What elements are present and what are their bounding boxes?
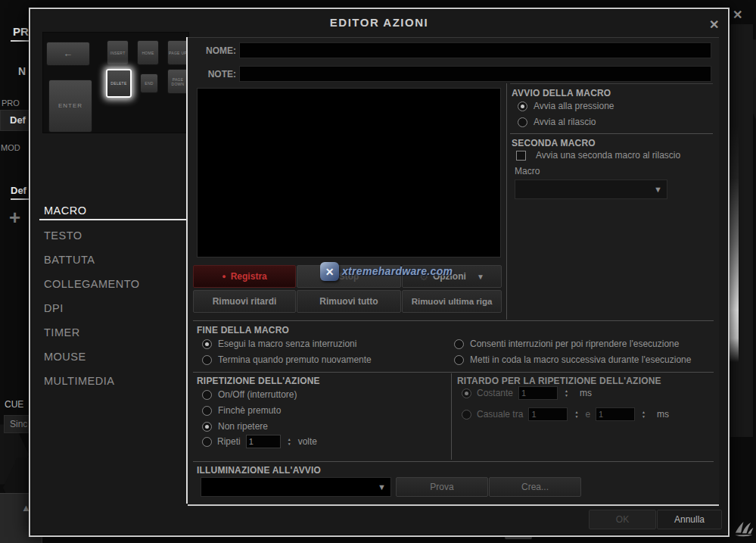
radio-label: Avvia al rilascio	[534, 117, 596, 127]
radio-row-ripeti: Ripeti ▲ ▼ volte	[202, 435, 317, 448]
second-macro-checkbox[interactable]	[516, 151, 526, 161]
radio-consenti-interruzioni[interactable]	[454, 339, 464, 349]
random-min-input[interactable]	[528, 407, 568, 421]
macro-select-label: Macro	[515, 166, 540, 176]
radio-row-start-press: Avvia alla pressione	[518, 100, 614, 112]
radio-row: Metti in coda la macro successiva durant…	[454, 354, 691, 366]
remove-delays-label: Rimuovi ritardi	[213, 296, 277, 307]
remove-last-row-label: Rimuovi ultima riga	[412, 297, 493, 306]
radio-termina-quando-premuto[interactable]	[202, 355, 212, 365]
sidebar-item-mouse[interactable]: MOUSE	[44, 351, 86, 363]
create-lighting-button[interactable]: Crea...	[489, 477, 581, 497]
divider	[510, 83, 713, 84]
spinner-down-icon[interactable]: ▼	[574, 414, 578, 419]
bg-profile-label: PRO	[2, 98, 29, 108]
unit-label: ms	[657, 409, 669, 420]
cancel-button[interactable]: Annulla	[657, 510, 722, 529]
bg-mode-tab[interactable]: Def	[11, 185, 29, 196]
key-page-up[interactable]: PAGE UP	[167, 40, 188, 65]
key-page-down[interactable]: PAGE DOWN	[167, 69, 188, 94]
spinner[interactable]: ▲ ▼	[640, 410, 647, 419]
spinner[interactable]: ▲ ▼	[563, 389, 570, 398]
back-arrow-icon: ←	[63, 51, 73, 56]
unit-label: ms	[580, 388, 592, 398]
radio-row: Non ripetere	[202, 420, 268, 432]
sidebar-selected-underline	[39, 219, 188, 220]
repeat-suffix-label: volte	[298, 436, 317, 447]
chevron-down-icon: ▼	[378, 482, 386, 492]
spinner-down-icon[interactable]: ▼	[642, 414, 646, 419]
test-lighting-button[interactable]: Prova	[396, 477, 488, 497]
chevron-down-icon: ▼	[477, 273, 484, 281]
bg-tab-profiles[interactable]: PR	[13, 25, 29, 38]
bg-mode-underline	[11, 198, 29, 200]
record-dot-icon: ●	[222, 273, 226, 280]
key-backspace[interactable]: ←	[46, 42, 90, 66]
sidebar-item-timer[interactable]: TIMER	[44, 326, 80, 339]
remove-all-button[interactable]: Rimuovi tutto	[297, 290, 401, 313]
macro-end-header: FINE DELLA MACRO	[197, 325, 289, 335]
sidebar-item-multimedia[interactable]: MULTIMEDIA	[44, 375, 114, 387]
divider	[193, 372, 714, 373]
note-input[interactable]	[239, 66, 711, 82]
radio-metti-in-coda[interactable]	[454, 355, 464, 365]
spinner-down-icon[interactable]: ▼	[288, 442, 291, 446]
key-home[interactable]: HOME	[137, 40, 159, 65]
radio-esegui-senza-interruzioni[interactable]	[202, 339, 212, 349]
keyboard-preview: ← ENTER INSERT HOME PAGE UP DELETE END P…	[42, 32, 189, 133]
radio-finche-premuto[interactable]	[202, 406, 212, 416]
radio-ripeti[interactable]	[202, 437, 212, 447]
radio-row: Finchè premuto	[202, 404, 281, 417]
sidebar-item-collegamento[interactable]: COLLEGAMENTO	[44, 278, 140, 290]
remove-last-row-button[interactable]: Rimuovi ultima riga	[402, 290, 502, 313]
remove-all-label: Rimuovi tutto	[319, 296, 378, 307]
bg-scrollbar-glow[interactable]	[729, 126, 739, 362]
key-insert[interactable]: INSERT	[107, 40, 129, 65]
dialog-close-button[interactable]: ✕	[709, 17, 719, 32]
random-max-input[interactable]	[596, 407, 635, 421]
second-macro-dropdown[interactable]: ▼	[515, 179, 667, 199]
key-end[interactable]: END	[140, 73, 158, 93]
radio-on-off[interactable]	[202, 390, 212, 400]
radio-label: Ripeti	[217, 436, 241, 447]
main-window-close-button[interactable]: ✕	[733, 8, 742, 22]
macro-action-list[interactable]	[197, 88, 501, 257]
bg-add-mode-button[interactable]: +	[9, 206, 29, 229]
bg-sync-button[interactable]: Sinc	[4, 415, 30, 433]
radio-avvia-rilascio[interactable]	[518, 117, 527, 127]
startup-lighting-dropdown[interactable]: ▼	[201, 477, 391, 497]
constant-delay-input[interactable]	[518, 386, 558, 400]
second-macro-header: SECONDA MACRO	[512, 138, 596, 148]
sidebar-item-dpi[interactable]: DPI	[44, 302, 64, 314]
ok-button[interactable]: OK	[589, 510, 656, 529]
bg-profile-select[interactable]: Def	[0, 110, 30, 131]
radio-row-start-release: Avvia al rilascio	[518, 116, 596, 128]
radio-label: Avvia alla pressione	[534, 101, 614, 111]
radio-non-ripetere[interactable]	[202, 422, 212, 432]
radio-avvia-pressione[interactable]	[518, 101, 527, 111]
create-lighting-label: Crea...	[521, 482, 549, 492]
key-enter[interactable]: ENTER	[48, 80, 92, 133]
remove-delays-button[interactable]: Rimuovi ritardi	[193, 290, 296, 313]
key-delete-highlighted[interactable]: DELETE	[106, 69, 132, 98]
radio-costante[interactable]	[462, 389, 471, 398]
bg-profile-value: Def	[10, 114, 30, 126]
column-divider	[506, 83, 507, 320]
radio-label: Consenti interruzioni per poi riprendere…	[470, 339, 679, 349]
repeat-count-input[interactable]	[246, 435, 281, 448]
radio-casuale[interactable]	[462, 410, 471, 420]
sidebar-item-testo[interactable]: TESTO	[44, 229, 82, 242]
bg-sync-label: Sinc	[10, 419, 30, 429]
note-label: NOTE:	[203, 69, 236, 80]
startup-lighting-header: ILLUMINAZIONE ALL'AVVIO	[197, 465, 321, 476]
checkbox-label: Avvia una seconda macro al rilascio	[536, 150, 680, 161]
record-button[interactable]: ● Registra	[193, 265, 296, 288]
spinner[interactable]: ▲ ▼	[286, 437, 293, 446]
sidebar-item-macro[interactable]: MACRO	[44, 204, 86, 217]
spinner-down-icon[interactable]: ▼	[565, 393, 568, 398]
spinner[interactable]: ▲ ▼	[573, 410, 580, 419]
radio-label: Costante	[477, 388, 513, 398]
bg-cue-label: CUE	[5, 399, 29, 410]
sidebar-item-battuta[interactable]: BATTUTA	[44, 254, 95, 266]
name-input[interactable]	[239, 42, 711, 58]
